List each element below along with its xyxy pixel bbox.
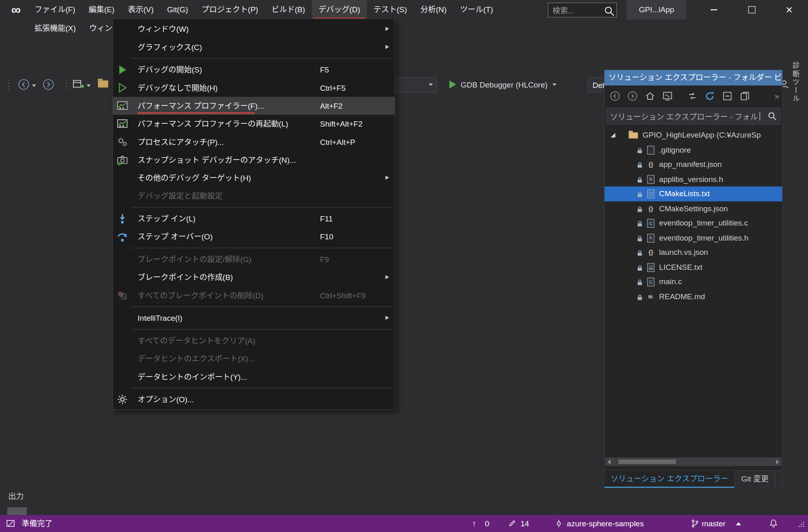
tree-item-eventloop_timer_utilities.h[interactable]: heventloop_timer_utilities.h [604,230,782,245]
horizontal-scrollbar[interactable] [605,458,782,466]
branch-name[interactable]: master [702,515,725,532]
menu-item-attach-to-process[interactable]: プロセスにアタッチ(P)...Ctrl+Alt+P [113,133,395,151]
outgoing-commits-count[interactable]: 0 [485,515,490,532]
menubar-item-test[interactable]: テスト(S) [367,0,414,20]
menu-item-graphics[interactable]: グラフィックス(C) [113,38,395,56]
branch-caret-icon [736,522,741,525]
menu-icon-space [116,254,128,265]
refresh-icon[interactable] [703,90,716,103]
tree-item-README.md[interactable]: M↓README.md [604,289,782,304]
menubar-item-edit[interactable]: 編集(E) [82,0,121,20]
menubar-item-tools[interactable]: ツール(T) [453,0,500,20]
scroll-right-icon[interactable] [776,460,779,465]
scroll-left-icon[interactable] [608,460,611,465]
menu-item-label: パフォーマンス プロファイラーの再起動(L) [138,115,288,133]
menu-item-performance-profiler[interactable]: パフォーマンス プロファイラー(F)...Alt+F2 [113,97,395,115]
menu-item-label: デバッグなしで開始(H) [138,79,218,97]
menu-item-windows[interactable]: ウィンドウ(W) [113,20,395,38]
navigate-back-button[interactable] [18,78,30,90]
tree-item-launch.vs.json[interactable]: {}launch.vs.json [604,245,782,260]
menu-item-start-without-debugging[interactable]: デバッグなしで開始(H)Ctrl+F5 [113,79,395,97]
text-file-icon [647,263,655,272]
open-folder-button[interactable] [98,80,108,88]
tree-item-CMakeLists.txt[interactable]: CMakeLists.txt [604,186,782,201]
toolbar-drag-handle[interactable] [7,79,11,91]
debug-target-dropdown[interactable]: GDB Debugger (HLCore) [449,77,557,92]
background-task-icon[interactable] [6,519,15,528]
quick-search-box[interactable]: 検索... [548,2,617,18]
tree-item-eventloop_timer_utilities.c[interactable]: Ceventloop_timer_utilities.c [604,216,782,230]
tree-item-main.c[interactable]: Cmain.c [604,274,782,289]
close-button[interactable]: × [771,0,808,20]
menubar-item-view[interactable]: 表示(V) [121,0,160,20]
home-icon[interactable] [643,90,656,103]
switch-views-icon[interactable] [661,90,674,103]
back-icon[interactable] [608,90,621,103]
menu-item-step-over[interactable]: ステップ オーバー(O)F10 [113,228,395,245]
maximize-button[interactable] [733,0,770,20]
pending-changes-icon[interactable] [508,519,516,527]
menubar-item-extensions[interactable]: 拡張機能(X) [28,20,82,37]
menu-separator [132,329,393,330]
tree-item-.gitignore[interactable]: .gitignore [604,142,782,157]
search-placeholder: 検索... [548,4,603,15]
pending-changes-count[interactable]: 14 [520,515,529,532]
menu-separator [132,307,393,307]
menubar-item-analyze[interactable]: 分析(N) [414,0,453,20]
minimize-button[interactable] [695,0,733,20]
tree-item-label: eventloop_timer_utilities.h [659,230,748,245]
menu-item-new-breakpoint[interactable]: ブレークポイントの作成(B) [113,268,395,286]
solution-explorer-search-box[interactable]: ソリューション エクスプローラー - フォルダー [606,107,781,125]
solution-explorer-header[interactable]: ソリューション エクスプローラー - フォルダー ビュー [604,70,782,85]
output-scroll-thumb[interactable] [7,507,27,515]
panel-tabs: ソリューション エクスプローラーGit 変更 [604,470,782,488]
tree-item-applibs_versions.h[interactable]: happlibs_versions.h [604,172,782,186]
notifications-bell-icon[interactable] [769,519,778,528]
diagnostics-tools-tab[interactable]: 診断ツール [790,62,801,103]
menu-item-label: デバッグの開始(S) [138,61,202,79]
repository-name[interactable]: azure-sphere-samples [567,515,644,532]
menu-item-attach-snapshot-debugger[interactable]: スナップショット デバッガーのアタッチ(N)... [113,151,395,169]
menu-item-shortcut: Shift+Alt+F2 [320,115,362,133]
tree-item-app_manifest.json[interactable]: {}app_manifest.json [604,157,782,172]
tree-item-label: applibs_versions.h [659,172,723,186]
menubar-item-git[interactable]: Git(G) [160,0,195,20]
dropdown-caret-icon[interactable] [32,85,36,87]
sync-icon[interactable] [686,90,699,103]
overflow-chevron-icon[interactable]: » [775,90,779,103]
menu-item-intellitrace[interactable]: IntelliTrace(I) [113,309,395,327]
menubar-item-project[interactable]: プロジェクト(P) [195,0,265,20]
menu-icon-space [116,172,128,184]
toolbar-drag-handle[interactable] [65,79,68,91]
scrollbar-thumb[interactable] [618,460,676,464]
outgoing-commits-icon[interactable]: ↑ [472,515,476,532]
menubar-item-debug[interactable]: デバッグ(D) [312,0,367,20]
menubar-item-file[interactable]: ファイル(F) [28,0,82,20]
menu-item-step-into[interactable]: ステップ イン(L)F11 [113,210,395,228]
output-panel-tab[interactable]: 出力 [8,490,24,501]
menu-item-import-datatips[interactable]: データヒントのインポート(Y)... [113,368,395,385]
tree-item-CMakeSettings.json[interactable]: {}CMakeSettings.json [604,201,782,216]
menu-item-other-debug-targets[interactable]: その他のデバッグ ターゲット(H) [113,169,395,187]
repository-icon[interactable] [554,519,563,528]
tree-item-root[interactable]: GPIO_HighLevelApp (C:¥AzureSp [604,128,782,142]
expand-arrow-icon[interactable] [610,133,615,137]
navigate-forward-button[interactable] [42,78,55,90]
preview-icon[interactable] [738,90,751,103]
step-into-icon [116,213,128,225]
menu-bar: ファイル(F)編集(E)表示(V)Git(G)プロジェクト(P)ビルド(B)デバ… [28,0,500,20]
collapse-all-icon[interactable] [721,90,734,103]
forward-icon[interactable] [626,90,639,103]
menu-icon-space [116,312,128,324]
menubar-item-build[interactable]: ビルド(B) [265,0,312,20]
menu-item-start-debugging[interactable]: デバッグの開始(S)F5 [113,61,395,79]
new-project-button[interactable] [72,78,84,90]
panel-tab-git-changes[interactable]: Git 変更 [735,471,775,488]
start-without-debug-icon [116,82,128,94]
dropdown-caret-icon[interactable] [87,85,91,87]
git-branch-icon[interactable] [691,519,700,528]
panel-tab-solution-explorer[interactable]: ソリューション エクスプローラー [604,471,735,488]
menu-item-relaunch-performance-profiler[interactable]: パフォーマンス プロファイラーの再起動(L)Shift+Alt+F2 [113,115,395,133]
menu-item-options[interactable]: オプション(O)... [113,390,395,408]
tree-item-LICENSE.txt[interactable]: LICENSE.txt [604,260,782,274]
